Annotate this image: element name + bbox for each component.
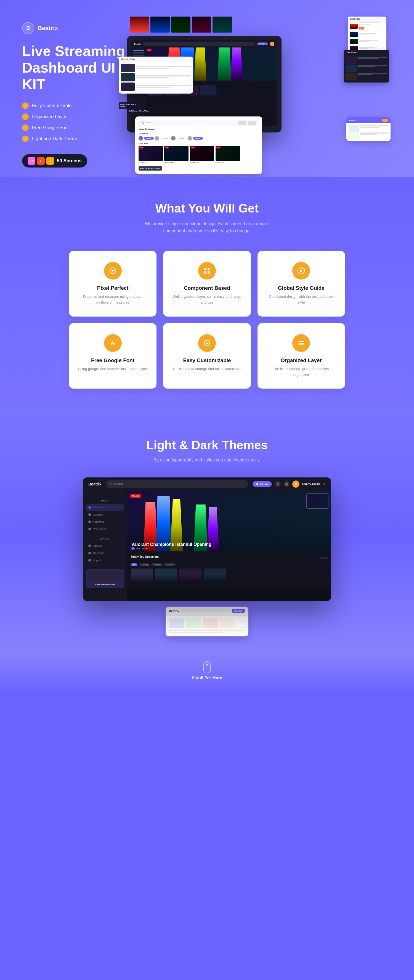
channel-name: Riot Games [136, 547, 148, 550]
pixel-perfect-desc: Distance and measure using an even multi… [77, 294, 148, 305]
tool-icons: Xd F ♦ [28, 157, 54, 165]
organized-title: Organized Layer [266, 357, 337, 363]
sidebar-build-career-text: Build Career With a Video [88, 584, 121, 586]
pixel-perfect-icon [104, 262, 122, 280]
what-subtitle: We provide simple and clean design. Each… [138, 220, 276, 234]
build-career-clips: Build Career With a Video [119, 102, 137, 109]
dash-search-icon: 🔍 [109, 482, 112, 485]
xd-icon: Xd [28, 157, 35, 165]
cat-thumb-1 [350, 24, 358, 29]
light-theme-sample: Beatrix Go Live [166, 606, 248, 636]
svg-text:+: + [113, 342, 115, 345]
game-thumb-valo [171, 17, 190, 33]
nav-following[interactable]: Following [86, 519, 124, 525]
easy-custom-icon [198, 334, 216, 352]
your-videos-body [344, 55, 389, 83]
figma-icon: F [37, 157, 45, 165]
cat-row-3 [348, 38, 386, 45]
search-result-title: Search Result [139, 128, 259, 131]
hero-live-badge: Live [130, 494, 141, 498]
nav-your-videos[interactable]: Your Videos [86, 526, 124, 532]
svg-rect-14 [298, 343, 304, 344]
logout-icon [88, 559, 91, 562]
channel-chip-3: Follow [171, 136, 186, 140]
live-item-1: LIVE Stream Title [139, 146, 163, 163]
svg-rect-6 [204, 271, 207, 274]
dash-search[interactable]: 🔍 Search... [106, 480, 248, 488]
live-item-3: LIVE Stream Title [190, 146, 214, 163]
yvid-row-1 [346, 57, 387, 64]
clip-thumb-3 [121, 83, 135, 91]
channel-chip-2: Follow [155, 136, 170, 140]
check-icon-2: ✓ [22, 113, 29, 120]
clip-thumb-2 [121, 73, 135, 81]
svg-rect-15 [298, 344, 304, 345]
clip-row-2 [121, 73, 191, 81]
feature-item-2: ✓ Organized Layer [22, 113, 127, 120]
yvid-row-2 [346, 65, 387, 72]
component-based-title: Component Based [171, 285, 242, 291]
laptop-header: Beatrix Go Live [131, 40, 277, 48]
what-title: What You Will Get [22, 202, 392, 215]
feature-list: ✓ Fully Customizable ✓ Organized Layer ✓… [22, 102, 127, 142]
dash-content-area: Today Top Streaming See All All Gaming P… [127, 551, 331, 587]
brand-name: Beatrix [38, 25, 58, 32]
dashboard-preview: Beatrix 🔍 Search... ⏺ Go Live ⚙ 🔔 G Guer… [83, 477, 331, 601]
screens-count: 50 Screens [57, 158, 82, 164]
hero-section: B Beatrix Live Streaming Dashboard UI KI… [0, 0, 414, 177]
channels-section: Channels Follow Follow [139, 132, 259, 140]
laptop-avatar [270, 42, 274, 46]
scroll-indicator: Scroll For More [0, 653, 414, 694]
nav-discover[interactable]: Discover [86, 504, 124, 511]
notification-icon[interactable]: 🔔 [283, 481, 290, 487]
component-based-icon [198, 262, 216, 280]
nav-category[interactable]: Category › [86, 511, 124, 518]
live-now-label: Live Now [139, 142, 259, 145]
live-now-row: LIVE Stream Title LIVE Stream Title [139, 146, 259, 163]
search-placeholder: Search... [145, 122, 153, 124]
svg-rect-7 [207, 271, 210, 274]
stream-thumb-4 [200, 85, 217, 95]
screens-badge: Xd F ♦ 50 Screens [22, 154, 87, 167]
clips-card: Recently Clips [119, 57, 193, 94]
google-font-icon: A + [104, 334, 122, 352]
stream-item-1 [131, 568, 153, 583]
search-result-card: 🔍 Search... Search Result Channels [135, 116, 262, 174]
record-icon: ⏺ [256, 483, 258, 485]
dash-main: Live Valorant Champions Istanbul Opening… [127, 491, 331, 601]
dash-right-controls: ⏺ Go Live ⚙ 🔔 G Guerry Stacia ▼ [253, 480, 326, 488]
account-icon [88, 544, 91, 547]
feature-item-4: ✓ Light and Dark Theme [22, 135, 127, 142]
live-item-2: LIVE Stream Title [164, 146, 188, 163]
yvid-thumb-3 [346, 73, 357, 80]
dash-search-placeholder: Search... [114, 482, 125, 485]
scroll-mouse-icon [203, 661, 211, 673]
laptop-live-badge: Live [146, 49, 151, 51]
go-live-button[interactable]: ⏺ Go Live [253, 481, 272, 487]
settings-icon[interactable]: ⚙ [275, 481, 281, 487]
user-avatar: G [292, 480, 299, 488]
chip-all[interactable]: All [131, 563, 137, 566]
hero-title: Live Streaming Dashboard UI KIT [22, 43, 127, 92]
feature-item-1: ✓ Fully Customizable [22, 102, 127, 109]
hero-left-panel: B Beatrix Live Streaming Dashboard UI KI… [22, 17, 127, 167]
features-grid: Pixel Perfect Distance and measure using… [69, 251, 345, 388]
laptop-brand: Beatrix [134, 43, 141, 45]
live-thumb-1: LIVE [139, 146, 163, 161]
nav-recharge[interactable]: Recharge [86, 550, 124, 556]
game-thumb-5 [213, 17, 232, 33]
svg-rect-13 [298, 341, 304, 342]
live-thumb-2: LIVE [164, 146, 188, 161]
chip-podcast[interactable]: Podcast [151, 563, 162, 566]
chip-creative[interactable]: Creative [164, 563, 176, 566]
categories-header: Categories [348, 17, 386, 22]
nav-account[interactable]: Account [86, 542, 124, 549]
live-thumb-4: LIVE [215, 146, 240, 161]
organized-icon [292, 334, 310, 352]
chip-gaming[interactable]: Gaming [139, 563, 150, 566]
see-all-link[interactable]: See All [320, 557, 327, 559]
nav-logout[interactable]: Logout [86, 557, 124, 563]
stream-item-4 [204, 568, 226, 583]
feature-card-organized: Organized Layer The file is named, group… [258, 323, 345, 389]
theme-subtitle: By using typography and styles you can c… [138, 457, 276, 464]
